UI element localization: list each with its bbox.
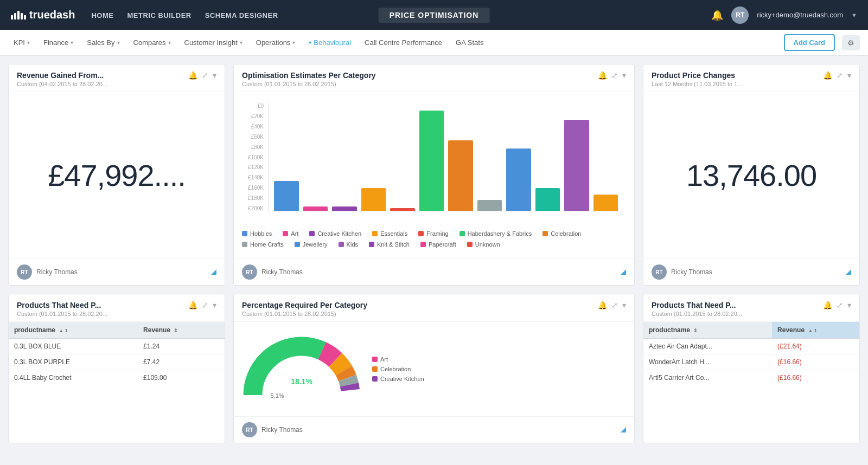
submenu-ga-stats[interactable]: GA Stats	[450, 36, 489, 49]
legend-dot	[369, 242, 374, 247]
expand-icon[interactable]: ⤢	[837, 301, 843, 309]
card-table-left-header: Products That Need P... Custom (01.01.20…	[9, 294, 225, 322]
legend-label: Jewellery	[303, 241, 328, 248]
bell-icon[interactable]: 🔔	[823, 71, 832, 80]
expand-icon[interactable]: ⤢	[202, 71, 208, 80]
card-revenue-body: £47,992....	[9, 92, 225, 259]
bar-11	[593, 195, 618, 211]
logo-text: truedash	[29, 9, 75, 21]
card-chart-body: £200K £180K £160K £140K £120K £100K £80K…	[234, 92, 634, 259]
submenu-call-centre[interactable]: Call Centre Performance	[359, 36, 448, 49]
chevron-down-icon[interactable]: ▾	[622, 71, 626, 80]
expand-icon[interactable]: ⤢	[837, 71, 843, 80]
donut-legend-item-0: Art	[372, 356, 424, 363]
card-table-left-actions: 🔔 ⤢ ▾	[188, 301, 216, 309]
chevron-down-icon[interactable]: ▾	[213, 71, 216, 80]
legend-dot	[339, 242, 344, 247]
legend-label: Unknown	[475, 241, 500, 248]
bell-icon[interactable]: 🔔	[823, 301, 832, 309]
bell-icon[interactable]: 🔔	[598, 71, 607, 80]
legend-dot	[542, 231, 548, 236]
nav-metric-builder[interactable]: METRIC BUILDER	[127, 10, 191, 20]
user-dropdown-icon[interactable]: ▼	[851, 12, 857, 18]
bar-5	[419, 111, 444, 211]
page-title: PRICE OPTIMISATION	[379, 8, 490, 23]
col-revenue[interactable]: Revenue ⇕	[138, 322, 225, 339]
chevron-down-icon[interactable]: ▾	[213, 301, 216, 309]
legend-dot	[242, 231, 247, 236]
submenu-sales-by-label: Sales By	[87, 38, 114, 47]
chevron-down-icon[interactable]: ▾	[847, 301, 851, 309]
table-row: 0.3L BOX PURPLE£7.42	[9, 354, 225, 370]
submenu-behavioural[interactable]: ▾ Behavioural	[303, 36, 356, 49]
legend-label: Creative Kitchen	[317, 230, 361, 237]
col-productname[interactable]: productname ▲ 1	[9, 322, 138, 339]
legend-dot	[283, 231, 288, 236]
cell-productname: 0.3L BOX BLUE	[9, 339, 138, 354]
col-productname-right[interactable]: productname ⇕	[643, 322, 772, 339]
legend-label: Home Crafts	[250, 241, 284, 248]
submenu-customer-insight[interactable]: Customer Insight ▾	[179, 36, 248, 49]
submenu-compares-label: Compares	[133, 38, 166, 47]
bell-icon[interactable]: 🔔	[598, 301, 607, 309]
legend-label: Art	[291, 230, 298, 237]
legend-label: Hobbies	[250, 230, 272, 237]
col-revenue-right[interactable]: Revenue ▲ 1	[772, 322, 859, 339]
bell-icon[interactable]: 🔔	[188, 71, 197, 80]
card-revenue-header: Revenue Gained From... Custom (04.02.201…	[9, 64, 225, 92]
card-donut-footer: RT Ricky Thomas	[234, 416, 634, 443]
submenu-operations-label: Operations	[256, 38, 291, 47]
expand-icon[interactable]: ⤢	[611, 301, 618, 309]
submenu-kpi[interactable]: KPI ▾	[8, 36, 35, 49]
nav-schema-designer[interactable]: SCHEMA DESIGNER	[205, 10, 278, 20]
notification-bell-icon[interactable]: 🔔	[711, 9, 723, 21]
bar-8	[506, 148, 531, 211]
card-table-right-header: Products That Need P... Custom (01.01.20…	[643, 294, 859, 322]
cell-revenue: £7.42	[138, 354, 225, 370]
y-label-80k: £80K	[242, 144, 266, 150]
expand-icon[interactable]: ⤢	[202, 301, 208, 309]
card-revenue-gained: Revenue Gained From... Custom (04.02.201…	[8, 64, 225, 286]
card-table-left-title: Products That Need P...	[17, 301, 188, 309]
revenue-value: £47,992....	[17, 100, 216, 250]
donut-svg: 18.1% 5.1%	[242, 330, 361, 406]
card-optimisation-estimates: Optimisation Estimates Per Category Cust…	[233, 64, 635, 286]
legend-label: Art	[380, 356, 388, 363]
legend-label: Celebration	[551, 230, 581, 237]
settings-gear-icon[interactable]: ⚙	[842, 35, 860, 50]
chevron-down-icon: ▾	[71, 40, 73, 46]
chevron-down-icon[interactable]: ▾	[622, 301, 626, 309]
logo[interactable]: truedash	[11, 9, 75, 21]
legend-dot	[420, 242, 426, 247]
legend-dot	[372, 366, 378, 372]
submenu-kpi-label: KPI	[14, 38, 25, 47]
expand-icon[interactable]: ⤢	[611, 71, 618, 80]
legend-item-2: Creative Kitchen	[309, 230, 361, 237]
card-donut-body: 18.1% 5.1% ArtCelebrationCreative Kitche…	[234, 322, 634, 416]
bars-container	[268, 103, 623, 211]
legend-label: Knit & Stitch	[377, 241, 410, 248]
y-label-0: £0	[242, 103, 266, 109]
sort-icon: ▲ 1	[59, 328, 67, 333]
submenu-finance[interactable]: Finance ▾	[38, 36, 79, 49]
bell-icon[interactable]: 🔔	[188, 301, 197, 309]
legend-dot	[467, 242, 473, 247]
add-card-button[interactable]: Add Card	[784, 34, 835, 51]
submenu-operations[interactable]: Operations ▾	[251, 36, 301, 49]
legend-dot	[242, 242, 247, 247]
logo-icon	[11, 11, 26, 20]
submenu-ga-stats-label: GA Stats	[456, 38, 483, 47]
submenu-sales-by[interactable]: Sales By ▾	[81, 36, 125, 49]
dashboard: Revenue Gained From... Custom (04.02.201…	[0, 56, 868, 451]
submenu-compares[interactable]: Compares ▾	[128, 36, 176, 49]
legend-item-8: Jewellery	[295, 241, 328, 248]
card-table-right-body: productname ⇕ Revenue ▲ 1 Aztec Air Can …	[643, 322, 859, 443]
y-label-40k: £40K	[242, 124, 266, 130]
cell-revenue: (£21.64)	[772, 339, 859, 354]
submenu: KPI ▾ Finance ▾ Sales By ▾ Compares ▾ Cu…	[0, 30, 868, 56]
nav-home[interactable]: HOME	[91, 10, 113, 20]
bar-7	[477, 200, 502, 211]
chevron-down-icon[interactable]: ▾	[847, 71, 851, 80]
footer-avatar: RT	[242, 422, 257, 437]
card-price-changes: Product Price Changes Last 12 Months (11…	[643, 64, 860, 286]
